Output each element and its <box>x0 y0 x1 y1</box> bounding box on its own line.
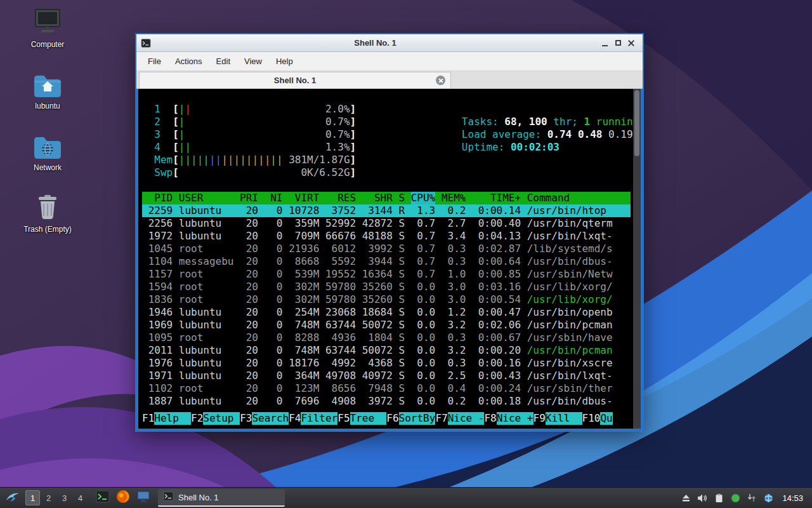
clipboard-icon[interactable] <box>714 493 724 503</box>
column-header-user[interactable]: USER <box>179 192 234 204</box>
meter-value: 1.3% <box>325 141 350 154</box>
column-header-mem[interactable]: MEM% <box>442 192 466 204</box>
menu-edit[interactable]: Edit <box>210 54 237 69</box>
scrollbar-thumb[interactable] <box>634 90 639 156</box>
process-row[interactable]: 1971lubuntu200364M4970840972S0.02.50:00.… <box>142 370 631 382</box>
titlebar[interactable]: Shell No. 1 <box>136 34 643 52</box>
desktop-icon-network[interactable]: Network <box>14 130 81 172</box>
volume-icon[interactable] <box>697 493 707 503</box>
desktop-icon-trash[interactable]: Trash (Empty) <box>14 191 81 234</box>
cell-mem: 3.0 <box>442 281 466 293</box>
close-button[interactable] <box>625 37 638 50</box>
fkey-f1[interactable]: F1Help <box>142 412 191 425</box>
traffic-icon[interactable] <box>747 493 757 503</box>
function-key-bar: F1Help F2Setup F3SearchF4FilterF5Tree F6… <box>142 412 631 425</box>
cell-pri: 20 <box>240 319 258 331</box>
meter-segment: | <box>179 103 185 115</box>
workspace-4[interactable]: 4 <box>73 490 88 505</box>
menu-help[interactable]: Help <box>270 54 299 69</box>
fkey-f10[interactable]: F10Qu <box>582 412 613 425</box>
process-row[interactable]: 2256lubuntu200359M5299242872S0.72.70:00.… <box>142 217 631 230</box>
cell-cpu: 0.7 <box>411 230 436 243</box>
meter-value: 0.7% <box>325 116 350 128</box>
meter-close-bracket: ] <box>350 154 357 166</box>
column-header-ni[interactable]: NI <box>265 192 283 204</box>
fkey-f9[interactable]: F9Kill <box>534 412 582 425</box>
cell-cmd: /usr/lib/xorg/ <box>527 281 631 293</box>
clock[interactable]: 14:53 <box>782 493 803 503</box>
cell-s: S <box>398 268 405 281</box>
menu-file[interactable]: File <box>141 54 167 69</box>
start-menu-button[interactable] <box>4 489 22 507</box>
desktop-icon-home[interactable]: lubuntu <box>14 68 81 110</box>
launcher-monitor[interactable] <box>134 490 152 507</box>
meter-close-bracket: ] <box>350 166 357 179</box>
process-row[interactable]: 1104messagebu200866855923944S0.70.30:00.… <box>142 255 631 268</box>
minimize-button[interactable] <box>598 37 612 50</box>
column-header-pri[interactable]: PRI <box>240 192 258 204</box>
launcher-terminal[interactable] <box>94 490 111 507</box>
fkey-f6[interactable]: F6SortBy <box>386 412 435 425</box>
cell-res: 59780 <box>325 281 356 293</box>
fkey-f5[interactable]: F5Tree <box>337 412 386 425</box>
process-row[interactable]: 1972lubuntu200709M6667648188S0.73.40:04.… <box>142 230 631 243</box>
meter-value: 2.0% <box>325 103 350 116</box>
column-header-virt[interactable]: VIRT <box>289 192 319 204</box>
workspace-3[interactable]: 3 <box>57 490 72 505</box>
meter-segment: |||||||||| <box>221 154 282 166</box>
cell-pid: 1095 <box>142 331 173 344</box>
process-row[interactable]: 1976lubuntu2001817649924368S0.00.30:00.1… <box>142 357 631 370</box>
workspace-2[interactable]: 2 <box>41 490 56 505</box>
cell-mem: 0.3 <box>442 331 466 344</box>
cell-res: 4992 <box>325 357 356 370</box>
column-header-pid[interactable]: PID <box>142 192 173 204</box>
tab-shell-no-1[interactable]: Shell No. 1 <box>139 72 451 88</box>
restore-button[interactable] <box>612 37 625 50</box>
removable-media-icon[interactable] <box>681 493 691 503</box>
cell-pid: 1157 <box>142 268 173 281</box>
terminal-scrollbar[interactable] <box>633 89 641 429</box>
taskbar-task-shell[interactable]: Shell No. 1 <box>158 489 285 507</box>
cell-mem: 3.2 <box>442 344 466 357</box>
column-header-s[interactable]: S <box>398 192 405 204</box>
process-row[interactable]: 2011lubuntu200748M6374450072S0.03.20:00.… <box>142 344 631 357</box>
workspace-1[interactable]: 1 <box>25 490 40 505</box>
column-header-time[interactable]: TIME+ <box>472 192 521 204</box>
terminal-screen[interactable]: 1[||2.0%]2[|0.7%]3[|0.7%]4[||1.3%]Mem[||… <box>138 89 641 429</box>
launcher-firefox[interactable] <box>114 490 131 507</box>
process-row[interactable]: 1969lubuntu200748M6374450072S0.03.20:02.… <box>142 319 631 331</box>
meter-segment: ||||| <box>179 154 209 166</box>
fkey-f7[interactable]: F7Nice - <box>435 412 484 425</box>
fkey-f4[interactable]: F4Filter <box>289 412 337 425</box>
process-row[interactable]: 1946lubuntu200254M2306818684S0.01.20:00.… <box>142 306 631 319</box>
column-header-cpu[interactable]: CPU% <box>411 192 436 204</box>
process-row[interactable]: 1157root200539M1955216364S0.71.00:00.85/… <box>142 268 631 281</box>
network-icon[interactable] <box>730 493 740 503</box>
cell-user: root <box>179 293 234 306</box>
process-row[interactable]: 1836root200302M5978035260S0.03.00:00.54/… <box>142 293 631 306</box>
meter-value: 381M/1.87G <box>289 154 350 166</box>
process-row[interactable]: 1102root200123M86567948S0.00.40:00.24/us… <box>142 382 631 395</box>
fkey-number: F7 <box>435 412 447 425</box>
menu-actions[interactable]: Actions <box>169 54 209 69</box>
cell-res: 59780 <box>325 293 356 306</box>
cell-res: 23068 <box>325 306 356 319</box>
process-row[interactable]: 1887lubuntu200769649083972S0.00.20:00.18… <box>142 395 631 408</box>
process-row[interactable]: 1594root200302M5978035260S0.03.00:03.16/… <box>142 281 631 293</box>
menu-view[interactable]: View <box>238 54 268 69</box>
process-row[interactable]: 1095root200828849361804S0.00.30:00.67/us… <box>142 331 631 344</box>
column-header-shr[interactable]: SHR <box>362 192 393 204</box>
fkey-f2[interactable]: F2Setup <box>191 412 240 425</box>
tasks-line: Tasks: 68, 100 thr; 1 running <box>376 103 639 116</box>
tab-close-button[interactable] <box>436 76 445 85</box>
fkey-f3[interactable]: F3Search <box>240 412 289 425</box>
column-header-cmd[interactable]: Command <box>527 192 631 204</box>
desktop-icon-computer[interactable]: Computer <box>14 6 81 49</box>
fkey-f8[interactable]: F8Nice + <box>484 412 533 425</box>
terminal-icon <box>96 490 110 505</box>
column-header-res[interactable]: RES <box>325 192 356 204</box>
process-row[interactable]: 2259lubuntu2001072837523144R1.30.20:00.1… <box>142 204 631 217</box>
fkey-number: F4 <box>289 412 301 425</box>
keyboard-layout-icon[interactable] <box>763 493 773 503</box>
process-row[interactable]: 1045root2002193660123992S0.70.30:02.87/l… <box>142 243 631 255</box>
